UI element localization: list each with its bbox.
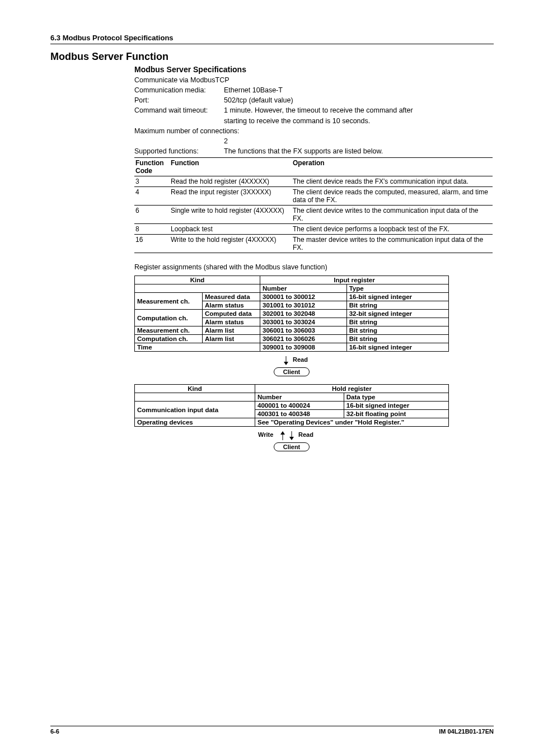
wait-timeout-value-2: starting to receive the command is 10 se… (224, 116, 494, 126)
supported-fn-value: The functions that the FX supports are l… (224, 146, 494, 156)
read-label-2: Read (298, 431, 313, 438)
kind-header-2: Kind (135, 385, 255, 393)
svg-marker-5 (289, 437, 294, 440)
table-row: 4Read the input register (3XXXXX)The cli… (134, 187, 493, 206)
client-box-2: Client (274, 442, 310, 451)
port-value: 502/tcp (default value) (224, 95, 494, 105)
function-code-table: Function Code Function Operation 3Read t… (134, 157, 493, 253)
svg-marker-3 (280, 431, 285, 435)
port-label: Port: (134, 95, 224, 105)
write-read-arrow-block: Write Read Client (134, 430, 449, 451)
func-code-header: Function Code (134, 158, 170, 176)
hold-register-table: Kind Hold register Number Data type Comm… (134, 384, 449, 427)
write-label: Write (258, 431, 273, 438)
bidir-arrow-icon: Write Read (258, 430, 325, 441)
client-box: Client (274, 367, 310, 376)
hold-register-header: Hold register (255, 385, 449, 393)
input-register-table: Kind Input register Number Type Measurem… (134, 276, 449, 352)
page-number: 6-6 (50, 728, 59, 735)
register-note: Register assignments (shared with the Mo… (134, 262, 494, 272)
maxcon-label: Maximum number of connections: (134, 126, 240, 136)
table-row: 6Single write to hold register (4XXXXX)T… (134, 206, 493, 224)
number-header-2: Number (255, 393, 344, 402)
read-label: Read (293, 356, 308, 363)
func-op-header: Operation (292, 158, 493, 176)
number-header: Number (260, 284, 347, 293)
comm-via-text: Communicate via ModbusTCP (134, 75, 494, 85)
type-header: Type (346, 284, 448, 293)
supported-fn-label: Supported functions: (134, 146, 224, 156)
wait-timeout-value-1: 1 minute. However, the timeout to receiv… (224, 105, 494, 115)
wait-timeout-label: Command wait timeout: (134, 105, 224, 115)
spec-list: Communication media: Ethernet 10Base-T P… (134, 85, 494, 156)
svg-marker-1 (284, 362, 288, 365)
breadcrumb: 6.3 Modbus Protocol Specifications (50, 34, 494, 44)
table-row: 8Loopback testThe client device performs… (134, 224, 493, 235)
down-arrow-icon: Read (269, 355, 314, 366)
subsection-heading: Modbus Server Specifications (134, 65, 494, 74)
comm-media-value: Ethernet 10Base-T (224, 85, 494, 95)
table-row: 16Write to the hold register (4XXXXX)The… (134, 235, 493, 253)
table-row: Measurement ch.Measured data300001 to 30… (135, 293, 449, 301)
table-row: Operating devicesSee "Operating Devices"… (135, 418, 449, 427)
kind-header: Kind (135, 276, 260, 284)
table-row: 3Read the hold register (4XXXXX)The clie… (134, 176, 493, 187)
comm-media-label: Communication media: (134, 85, 224, 95)
table-row: Communication input data400001 to 400024… (135, 402, 449, 410)
maxcon-value: 2 (224, 136, 494, 146)
func-fn-header: Function (170, 158, 292, 176)
page-footer: 6-6 IM 04L21B01-17EN (50, 726, 494, 735)
doc-id: IM 04L21B01-17EN (439, 728, 494, 735)
table-row: Measurement ch.Alarm list306001 to 30600… (135, 326, 449, 335)
section-heading: Modbus Server Function (50, 51, 494, 63)
read-arrow-block: Read Client (134, 355, 449, 376)
table-row: Computation ch.Computed data302001 to 30… (135, 310, 449, 318)
table-row: Computation ch.Alarm list306021 to 30602… (135, 335, 449, 343)
datatype-header: Data type (344, 393, 448, 402)
table-row: Time309001 to 30900816-bit signed intege… (135, 343, 449, 352)
input-register-header: Input register (260, 276, 449, 284)
